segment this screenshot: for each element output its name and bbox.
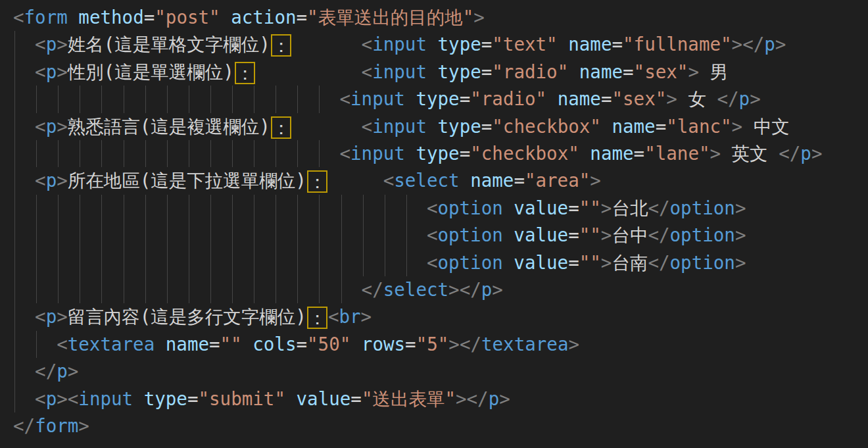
token-string: "sex"	[612, 88, 666, 109]
indent-guide	[145, 276, 146, 303]
indent-guide	[101, 140, 102, 167]
indent-guide	[276, 222, 276, 249]
indent-guide	[124, 195, 124, 222]
token-plain-text: 男	[699, 61, 728, 82]
indent-guide	[14, 276, 15, 303]
token-attribute-name: type	[438, 116, 481, 137]
indent-guide	[101, 195, 102, 222]
code-line[interactable]: <p>熟悉語言(這是複選欄位)：<input type="checkbox" n…	[0, 113, 868, 140]
indent-guide	[101, 276, 102, 303]
code-line[interactable]: <p>性別(這是單選欄位)：<input type="radio" name="…	[0, 59, 868, 86]
indent-guide	[80, 195, 80, 222]
token-punctuation: >	[57, 61, 68, 82]
token-string: "area"	[525, 170, 590, 191]
token-punctuation: >	[775, 34, 786, 55]
token-punctuation: <	[340, 88, 351, 109]
token-string: "表單送出的目的地"	[307, 7, 473, 28]
token-equals: =	[481, 34, 493, 55]
indent-guide	[210, 86, 211, 112]
indent-guide	[14, 386, 15, 412]
indent-guide	[58, 140, 59, 167]
token-attribute-name: type	[416, 88, 459, 109]
code-line[interactable]: <input type="radio" name="sex"> 女 </p>	[0, 86, 868, 112]
indent-guide	[14, 249, 15, 276]
token-plain-text	[133, 388, 144, 409]
token-equals: =	[187, 388, 199, 409]
indent-guide	[319, 249, 320, 276]
token-tag-name: p	[46, 388, 57, 409]
token-tag-name: textarea	[481, 334, 568, 355]
token-tag-name: option	[670, 224, 735, 245]
code-segment: </form>	[13, 412, 89, 439]
token-tag-name: p	[489, 388, 500, 409]
indent-guide	[14, 86, 15, 112]
code-line[interactable]: <p><input type="submit" value="送出表單"></p…	[0, 386, 868, 412]
indent-guide	[124, 222, 124, 249]
indent-guide	[232, 222, 233, 249]
code-line[interactable]: </p>	[0, 358, 868, 385]
code-editor[interactable]: <form method="post" action="表單送出的目的地"><p…	[0, 0, 868, 448]
code-line[interactable]: </form>	[0, 412, 868, 439]
token-tag-name: p	[46, 116, 57, 137]
indent-guide	[341, 222, 342, 249]
token-punctuation: >	[735, 252, 746, 273]
code-segment: <p><input type="submit" value="送出表單"></p…	[35, 386, 510, 412]
token-string: "5"	[416, 334, 449, 355]
token-punctuation: >	[590, 170, 601, 191]
token-punctuation: >	[68, 361, 79, 382]
token-tag-name: option	[670, 252, 735, 273]
token-tag-name: p	[46, 34, 57, 55]
code-line[interactable]: <p>姓名(這是單格文字欄位)：<input type="text" name=…	[0, 31, 868, 58]
token-plain-text: 台南	[612, 252, 648, 273]
token-plain-text	[427, 34, 438, 55]
indent-guide	[406, 222, 407, 249]
token-plain-text	[601, 116, 612, 137]
code-segment: <option value="">台中</option>	[427, 222, 746, 249]
indent-guide	[232, 86, 233, 112]
token-punctuation: >	[57, 388, 68, 409]
code-line[interactable]: <input type="checkbox" name="lane"> 英文 <…	[0, 140, 868, 167]
token-equals: =	[612, 34, 623, 55]
indent-guide	[145, 86, 146, 112]
code-line[interactable]: <option value="">台南</option>	[0, 249, 868, 276]
token-punctuation: </	[717, 88, 738, 109]
indent-guide	[167, 86, 168, 112]
token-plain-text	[405, 143, 416, 164]
indent-guide	[167, 195, 168, 222]
code-line[interactable]: </select></p>	[0, 276, 868, 303]
token-tag-name: textarea	[68, 334, 155, 355]
code-line[interactable]: <p>所在地區(這是下拉選單欄位)：<select name="area">	[0, 167, 868, 194]
code-line[interactable]: <p>留言內容(這是多行文字欄位)：<br>	[0, 303, 868, 330]
indent-guide	[319, 140, 320, 167]
token-string: "submit"	[199, 388, 285, 409]
code-segment: <option value="">台南</option>	[427, 249, 746, 276]
token-string: "送出表單"	[362, 388, 456, 409]
token-punctuation: >	[448, 334, 460, 355]
indent-guide	[254, 222, 254, 249]
token-equals: =	[601, 88, 612, 109]
token-punctuation: >	[710, 143, 721, 164]
token-plain-text	[242, 334, 253, 355]
indent-guide	[14, 59, 15, 86]
indent-guide	[276, 276, 276, 303]
token-attribute-name: type	[416, 143, 459, 164]
indent-guide	[189, 195, 189, 222]
token-equals: =	[568, 224, 579, 245]
code-line[interactable]: <textarea name="" cols="50" rows="5"></t…	[0, 331, 868, 358]
indent-guide	[210, 249, 211, 276]
token-equals: =	[144, 7, 155, 28]
token-string: ""	[579, 197, 601, 218]
indent-guide	[254, 195, 254, 222]
token-tag-name: select	[383, 279, 448, 300]
token-punctuation: <	[427, 224, 438, 245]
code-line[interactable]: <option value="">台中</option>	[0, 222, 868, 249]
token-string: "fullname"	[623, 34, 732, 55]
token-tag-name: option	[437, 224, 502, 245]
indent-guide	[145, 140, 146, 167]
code-segment: <p>熟悉語言(這是複選欄位)：	[35, 113, 292, 140]
token-attribute-name: type	[438, 34, 481, 55]
code-line[interactable]: <option value="">台北</option>	[0, 195, 868, 222]
code-segment: <input type="radio" name="sex"> 男	[362, 59, 728, 86]
token-string: ""	[220, 334, 242, 355]
code-line[interactable]: <form method="post" action="表單送出的目的地">	[0, 4, 868, 31]
